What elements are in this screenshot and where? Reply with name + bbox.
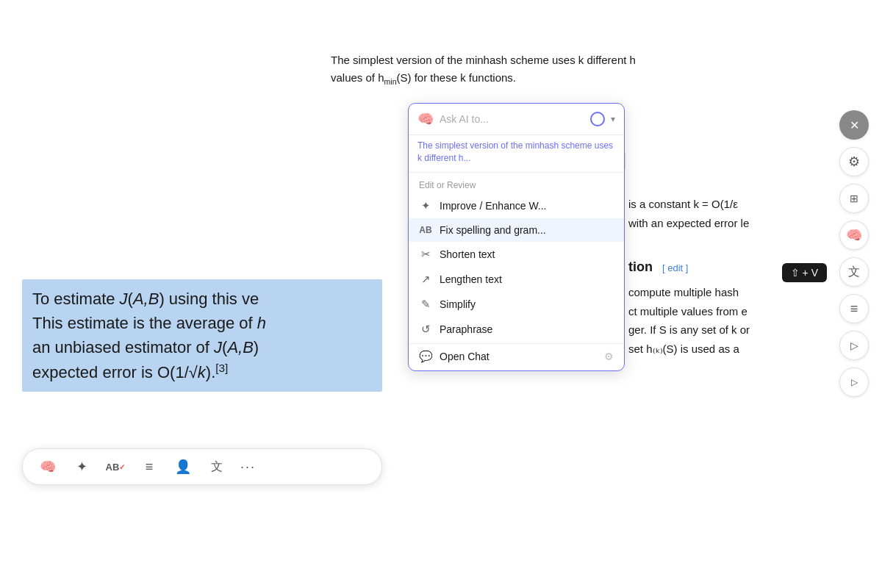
chat-icon: 💬 (419, 350, 432, 363)
close-button[interactable]: ✕ (839, 110, 869, 140)
menu-item-spelling-label: Fix spelling and gram... (440, 224, 614, 236)
menu-item-paraphrase-label: Paraphrase (440, 323, 614, 335)
toolbar-brain-icon[interactable]: 🧠 (37, 456, 58, 477)
toolbar-lines-icon[interactable]: ≡ (139, 456, 159, 477)
menu-item-open-chat-label: Open Chat (440, 351, 597, 362)
settings-button[interactable]: ⚙ (839, 147, 869, 176)
play-small-button[interactable]: ▷ (839, 368, 869, 397)
ai-circle-button[interactable] (590, 112, 605, 126)
selected-line-1: To estimate J(A,B) using this ve (32, 287, 372, 311)
selected-line-2: This estimate is the average of h (32, 311, 372, 335)
menu-item-improve-label: Improve / Enhance W... (440, 200, 614, 212)
improve-icon: ✦ (419, 199, 432, 212)
settings-icon[interactable]: ⚙ (604, 351, 614, 362)
toolbar-spellcheck-icon[interactable]: AB✓ (105, 456, 126, 477)
toolbar-sparkle-icon[interactable]: ✦ (71, 456, 92, 477)
section-title: tion [ edit ] (628, 259, 688, 275)
shortcut-badge: ⇧ + V (782, 263, 827, 282)
toolbar-more-icon[interactable]: ··· (240, 459, 256, 475)
ai-subtext: The simplest version of the minhash sche… (409, 135, 624, 173)
spelling-icon: AB (419, 225, 432, 235)
selected-text-block: To estimate J(A,B) using this ve This es… (22, 279, 382, 392)
shorten-icon: ✂ (419, 248, 432, 261)
menu-item-lengthen[interactable]: ↗ Lengthen text (409, 267, 624, 292)
menu-item-spelling[interactable]: AB Fix spelling and gram... (409, 218, 624, 242)
menu-item-improve[interactable]: ✦ Improve / Enhance W... (409, 193, 624, 218)
brain-button[interactable]: 🧠 (839, 220, 869, 250)
ai-input-placeholder[interactable]: Ask AI to... (440, 113, 584, 125)
menu-item-open-chat[interactable]: 💬 Open Chat ⚙ (409, 343, 624, 370)
translate-button[interactable]: 文 (839, 257, 869, 287)
right-sidebar: ✕ ⚙ ⊞ 🧠 文 ≡ ▷ ▷ (839, 110, 869, 397)
toolbar-person-icon[interactable]: 👤 (173, 456, 193, 477)
menu-item-simplify[interactable]: ✎ Simplify (409, 292, 624, 317)
toolbar-translate-icon[interactable]: 文 (207, 456, 227, 477)
toolbar: 🧠 ✦ AB✓ ≡ 👤 文 ··· (22, 448, 382, 485)
ai-section-label: Edit or Review (409, 173, 624, 193)
play-button[interactable]: ▷ (839, 331, 869, 360)
simplify-icon: ✎ (419, 298, 432, 311)
lengthen-icon: ↗ (419, 273, 432, 286)
document-button[interactable]: ≡ (839, 294, 869, 323)
menu-item-simplify-label: Simplify (440, 298, 614, 310)
top-text: The simplest version of the minhash sche… (331, 51, 742, 88)
right-text-overlay: is a constant k = O(1/ε with an expected… (628, 195, 812, 232)
selected-line-4: expected error is O(1/√k).[3] (32, 359, 372, 384)
selected-line-3: an unbiased estimator of J(A,B) (32, 335, 372, 359)
ai-popup: 🧠 Ask AI to... ▾ The simplest version of… (408, 103, 625, 371)
ai-brain-icon: 🧠 (417, 111, 434, 127)
menu-item-shorten-label: Shorten text (440, 248, 614, 260)
paraphrase-icon: ↺ (419, 323, 432, 336)
menu-item-paraphrase[interactable]: ↺ Paraphrase (409, 317, 624, 342)
menu-item-lengthen-label: Lengthen text (440, 273, 614, 285)
section-body: compute multiple hash ct multiple values… (628, 283, 812, 358)
ai-popup-header: 🧠 Ask AI to... ▾ (409, 104, 624, 135)
section-edit-link[interactable]: [ edit ] (662, 262, 688, 273)
menu-item-shorten[interactable]: ✂ Shorten text (409, 242, 624, 267)
grid-button[interactable]: ⊞ (839, 184, 869, 213)
ai-chevron-icon[interactable]: ▾ (611, 114, 615, 124)
